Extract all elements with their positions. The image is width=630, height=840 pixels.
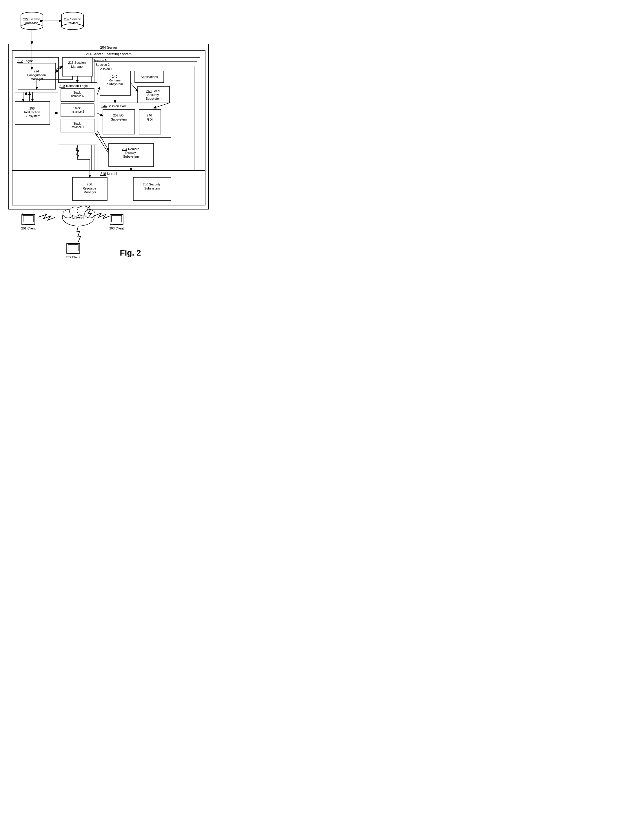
- svg-rect-30: [139, 109, 161, 134]
- architecture-diagram: 222 Licensedatabase 262 ServiceProvider …: [6, 6, 212, 258]
- session-n-label: Session N: [93, 58, 107, 62]
- client-201-label: 201 Client: [21, 227, 36, 230]
- diagram-container: 222 Licensedatabase 262 ServiceProvider …: [6, 6, 212, 259]
- svg-rect-47: [23, 216, 33, 222]
- session-core-label: 244 Session Core: [101, 104, 126, 108]
- svg-rect-29: [103, 109, 135, 134]
- svg-rect-55: [111, 214, 123, 215]
- svg-rect-59: [68, 243, 80, 244]
- client-203-label: 203 Client: [109, 227, 124, 230]
- svg-rect-49: [23, 214, 35, 215]
- network-label: Network: [72, 216, 85, 220]
- session-1-label: Session 1: [98, 67, 112, 71]
- client-202-label: 202 Client: [66, 256, 80, 258]
- fig-label: Fig. 2: [120, 248, 141, 257]
- transport-label: 210 Transport Logic: [59, 84, 88, 87]
- service-provider-label: 262 ServiceProvider: [64, 17, 81, 25]
- session-2-label: Session 2: [96, 63, 109, 66]
- svg-rect-53: [112, 216, 122, 222]
- svg-point-4: [21, 24, 43, 30]
- svg-point-9: [62, 24, 84, 30]
- os-label: 214 Server Operating System: [86, 52, 131, 56]
- engine-label: 212 Engine: [17, 59, 34, 63]
- applications-label: Applications: [141, 75, 158, 79]
- kernel-label: 218 Kernel: [100, 172, 117, 176]
- server-label: 204 Server: [100, 46, 117, 49]
- local-security-label: 260 Local Security Subsystem: [146, 89, 161, 100]
- license-db-label: 222 Licensedatabase: [23, 17, 40, 25]
- svg-rect-57: [68, 245, 78, 251]
